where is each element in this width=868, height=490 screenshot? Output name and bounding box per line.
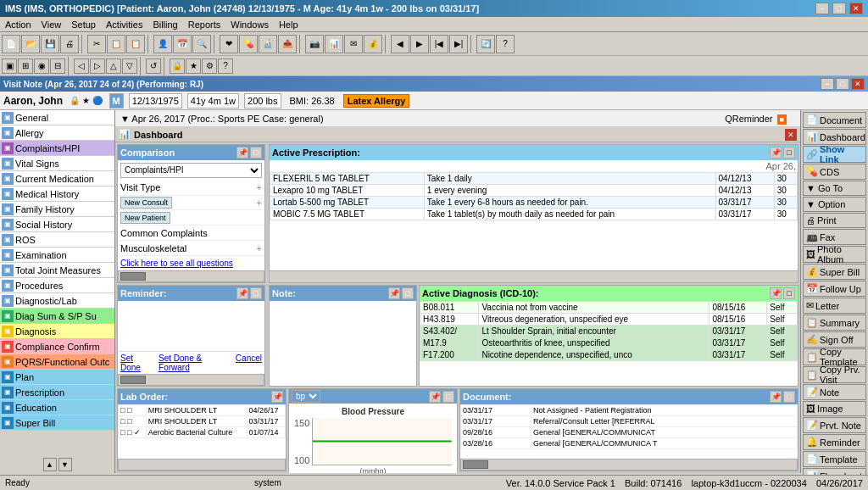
right-btn-goto[interactable]: ▼ Go To xyxy=(803,181,866,196)
active-rx-expand-btn[interactable]: □ xyxy=(783,147,795,159)
menu-action[interactable]: Action xyxy=(5,19,31,30)
document-pin-btn[interactable]: 📌 xyxy=(770,391,782,403)
right-btn-template[interactable]: 📄 Template xyxy=(803,451,866,467)
reminder-pin-btn[interactable]: 📌 xyxy=(236,287,248,299)
sidebar-item-allergy[interactable]: ▣ Allergy xyxy=(0,125,114,141)
tb2-gear[interactable]: ⚙ xyxy=(202,58,217,74)
tb2-down[interactable]: ▽ xyxy=(122,58,137,74)
right-btn-option[interactable]: ▼ Option xyxy=(803,197,866,212)
active-rx-pin-btn[interactable]: 📌 xyxy=(770,147,782,159)
sidebar-item-procedures[interactable]: ▣ Procedures xyxy=(0,278,114,293)
tb-superbill[interactable]: 💰 xyxy=(364,35,382,53)
sidebar-item-diagnostic[interactable]: ▣ Diagnostic/Lab xyxy=(0,293,114,309)
right-btn-follow-up[interactable]: 📅 Follow Up xyxy=(803,281,866,297)
right-btn-sign-off[interactable]: ✍ Sign Off xyxy=(803,331,866,348)
bp-select[interactable]: bp xyxy=(292,390,320,403)
menu-windows[interactable]: Windows xyxy=(231,19,269,30)
tb-paste[interactable]: 📋 xyxy=(126,35,145,53)
sidebar-item-education[interactable]: ▣ Education xyxy=(0,400,114,415)
note-textarea[interactable] xyxy=(270,301,416,386)
tb-arrow-left[interactable]: ◀ xyxy=(391,35,409,53)
tb-help[interactable]: ? xyxy=(496,35,515,53)
comparison-new-consult-add[interactable]: + xyxy=(257,198,262,208)
minimize-button[interactable]: − xyxy=(815,3,829,14)
bp-pin-btn[interactable]: 📌 xyxy=(429,391,441,403)
sidebar-item-family-history[interactable]: ▣ Family History xyxy=(0,202,114,217)
tb2-up[interactable]: △ xyxy=(106,58,121,74)
tb-patient[interactable]: 👤 xyxy=(153,35,172,53)
sidebar-item-compliance[interactable]: ▣ Compliance Confirm xyxy=(0,339,114,354)
menu-help[interactable]: Help xyxy=(279,19,298,30)
right-btn-document[interactable]: 📄 Document xyxy=(803,112,866,128)
comparison-new-consult-btn[interactable]: New Consult xyxy=(120,197,172,209)
menu-billing[interactable]: Billing xyxy=(153,19,177,30)
document-scrollbar[interactable] xyxy=(460,459,798,471)
tb-rx[interactable]: 💊 xyxy=(239,35,258,53)
comparison-expand-btn[interactable]: □ xyxy=(250,147,262,159)
tb-chart[interactable]: 📊 xyxy=(325,35,343,53)
right-btn-super-bill[interactable]: 💰 Super Bill xyxy=(803,264,866,280)
tb-lab[interactable]: 🔬 xyxy=(259,35,277,53)
tb2-btn2[interactable]: ⊞ xyxy=(18,58,33,74)
comparison-pin-btn[interactable]: 📌 xyxy=(236,147,248,159)
right-btn-cds[interactable]: 💊 CDS xyxy=(803,164,866,180)
tb-open[interactable]: 📂 xyxy=(21,35,40,53)
comparison-visit-type-add[interactable]: + xyxy=(257,182,262,192)
dashboard-close-btn[interactable]: ✕ xyxy=(785,129,797,141)
sidebar-item-joint-measures[interactable]: ▣ Total Joint Measures xyxy=(0,263,114,278)
right-btn-print[interactable]: 🖨 Print xyxy=(803,213,866,228)
tb-last[interactable]: ▶| xyxy=(449,35,468,53)
right-btn-dashboard[interactable]: 📊 Dashboard xyxy=(803,129,866,145)
visit-minimize[interactable]: − xyxy=(821,78,834,90)
tb-search[interactable]: 🔍 xyxy=(192,35,211,53)
right-btn-photo-album[interactable]: 🖼 Photo Album xyxy=(803,246,866,263)
tb2-question[interactable]: ? xyxy=(218,58,233,74)
note-pin-btn[interactable]: 📌 xyxy=(388,287,400,299)
tb-referral[interactable]: 📤 xyxy=(278,35,297,53)
right-btn-prvt-note[interactable]: 📝 Prvt. Note xyxy=(803,417,866,433)
lab-pin-btn[interactable]: 📌 xyxy=(271,391,283,403)
sidebar-item-ros[interactable]: ▣ ROS xyxy=(0,232,114,248)
qreminder-badge[interactable]: ■ xyxy=(777,114,787,125)
tb-photo[interactable]: 📷 xyxy=(305,35,324,53)
sidebar-item-diagnosis[interactable]: ▣ Diagnosis xyxy=(0,324,114,339)
close-button[interactable]: ✕ xyxy=(849,3,863,14)
comparison-visit-type[interactable]: Visit Type + xyxy=(118,181,264,196)
sidebar-item-diag-sum[interactable]: ▣ Diag Sum & S/P Su xyxy=(0,309,114,324)
document-expand-btn[interactable]: □ xyxy=(783,391,795,403)
sidebar-item-super-bill[interactable]: ▣ Super Bill xyxy=(0,415,114,431)
tb-cut[interactable]: ✂ xyxy=(87,35,106,53)
menu-activities[interactable]: Activities xyxy=(106,19,142,30)
sidebar-item-plan[interactable]: ▣ Plan xyxy=(0,370,114,385)
click-questions-link[interactable]: Click here to see all questions xyxy=(118,256,264,270)
tb-save[interactable]: 💾 xyxy=(41,35,59,53)
tb2-btn1[interactable]: ▣ xyxy=(2,58,17,74)
right-btn-note[interactable]: 📝 Note xyxy=(803,384,866,400)
comparison-common-complaints[interactable]: Common Complaints xyxy=(118,226,264,241)
tb-print[interactable]: 🖨 xyxy=(60,35,79,53)
document-scrollbar-thumb[interactable] xyxy=(463,460,488,469)
reminder-scrollbar[interactable] xyxy=(118,374,264,386)
tb2-lock[interactable]: 🔒 xyxy=(170,58,185,74)
lab-scrollbar[interactable] xyxy=(118,459,286,471)
menu-setup[interactable]: Setup xyxy=(71,19,96,30)
sidebar-item-prescription[interactable]: ▣ Prescription xyxy=(0,385,114,400)
comparison-select[interactable]: Complaints/HPI xyxy=(120,163,262,178)
visit-close[interactable]: ✕ xyxy=(851,78,865,90)
menu-view[interactable]: View xyxy=(42,19,62,30)
reminder-expand-btn[interactable]: □ xyxy=(250,287,262,299)
sidebar-item-pqrs[interactable]: ▣ PQRS/Functional Outc xyxy=(0,354,114,370)
tb2-refresh[interactable]: ↺ xyxy=(146,58,161,74)
bp-expand-btn[interactable]: □ xyxy=(442,391,454,403)
active-dx-pin-btn[interactable]: 📌 xyxy=(770,287,782,299)
maximize-button[interactable]: □ xyxy=(832,3,846,14)
sidebar-scroll-down[interactable]: ▼ xyxy=(58,458,72,471)
menu-reports[interactable]: Reports xyxy=(188,19,221,30)
comparison-musculoskeletal-add[interactable]: + xyxy=(257,243,262,253)
reminder-set-done-forward[interactable]: Set Done & Forward xyxy=(159,354,231,372)
tb2-back[interactable]: ◁ xyxy=(74,58,89,74)
sidebar-item-medication[interactable]: ▣ Current Medication xyxy=(0,171,114,187)
comparison-new-patient-btn[interactable]: New Patient xyxy=(120,212,170,224)
right-btn-fax[interactable]: 📠 Fax xyxy=(803,229,866,245)
active-dx-expand-btn[interactable]: □ xyxy=(783,287,795,299)
